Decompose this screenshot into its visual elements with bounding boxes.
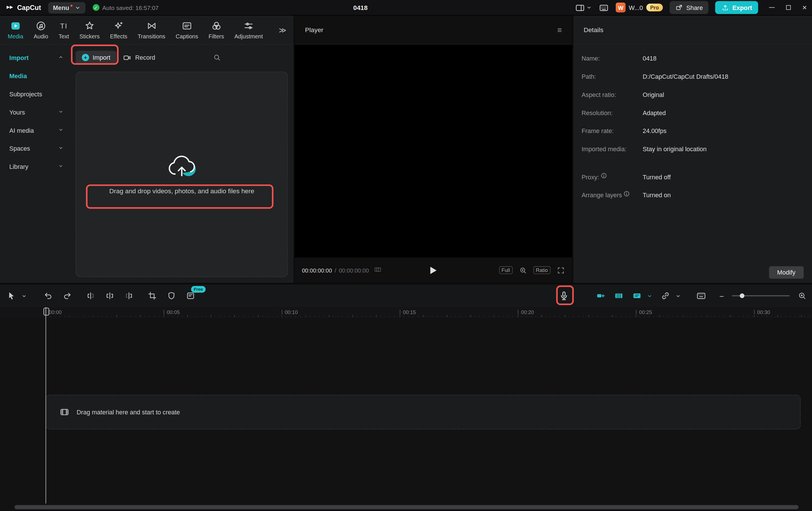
ratio-button[interactable]: Ratio: [533, 266, 551, 274]
media-dropzone[interactable]: Drag and drop videos, photos, and audio …: [76, 72, 288, 277]
timeline-zoom-slider[interactable]: [732, 295, 789, 296]
sidebar: Import Media Subprojects Yours AI medi: [0, 45, 70, 283]
delete-left-button[interactable]: [86, 291, 96, 301]
details-row-aspect-ratio: Aspect ratio: Original: [573, 86, 812, 104]
tab-stickers[interactable]: Stickers: [75, 16, 104, 44]
tab-label: Audio: [33, 33, 48, 39]
player-view-controls: Full Ratio: [499, 266, 565, 274]
minimize-button[interactable]: [769, 7, 775, 8]
play-button[interactable]: [430, 266, 437, 274]
maximize-button[interactable]: [786, 5, 791, 10]
tab-effects[interactable]: Effects: [106, 16, 132, 44]
keyboard-shortcuts-button[interactable]: [599, 2, 609, 12]
adjustment-icon: [243, 20, 254, 32]
tab-captions[interactable]: Captions: [171, 16, 203, 44]
plus-icon: +: [82, 54, 89, 61]
ruler-label: 00:30: [754, 309, 770, 315]
sidebar-item-media[interactable]: Media: [0, 67, 70, 85]
account-button[interactable]: W W...0 Pro: [616, 3, 663, 12]
chevron-down-icon: [58, 127, 64, 134]
details-row-proxy: Proxy: Turned off: [573, 168, 812, 186]
playhead[interactable]: [46, 307, 46, 504]
cloud-upload-icon: [166, 154, 198, 178]
sidebar-item-subprojects[interactable]: Subprojects: [0, 85, 70, 103]
sidebar-item-yours[interactable]: Yours: [0, 103, 70, 121]
tab-media[interactable]: Media: [3, 16, 28, 44]
timeline-toolbar-left: Free: [0, 291, 196, 301]
search-button[interactable]: [213, 53, 221, 62]
minimize-icon: [769, 7, 775, 8]
player-viewport[interactable]: [295, 45, 572, 257]
hamburger-icon: ≡: [557, 25, 562, 34]
modify-button[interactable]: Modify: [769, 266, 804, 279]
left-body: Import Media Subprojects Yours AI medi: [0, 45, 293, 283]
timeline-shortcuts-button[interactable]: [696, 291, 706, 301]
microphone-icon: [558, 290, 570, 302]
export-button[interactable]: Export: [716, 1, 758, 14]
tab-label: Text: [59, 33, 69, 39]
redo-button[interactable]: [62, 291, 72, 301]
sidebar-item-label: AI media: [9, 127, 34, 134]
voiceover-button[interactable]: [558, 290, 570, 302]
sidebar-item-spaces[interactable]: Spaces: [0, 139, 70, 158]
zoom-slider-handle[interactable]: [740, 293, 744, 298]
info-icon[interactable]: [624, 191, 630, 197]
ribbon-expand-button[interactable]: ≫: [279, 26, 290, 34]
tab-transitions[interactable]: Transitions: [133, 16, 170, 44]
chevron-up-icon: [58, 54, 64, 61]
crop-button[interactable]: [147, 291, 157, 301]
share-button[interactable]: Share: [670, 1, 708, 14]
clip-link-options-button[interactable]: [660, 291, 681, 301]
tab-adjustment[interactable]: Adjustment: [230, 16, 268, 44]
timecode-current: 00:00:00:00: [302, 267, 332, 274]
import-button[interactable]: + Import: [76, 51, 116, 64]
ribbon-tabs: Media Audio TI Text Stickers Effects: [0, 16, 293, 45]
timeline-dropzone[interactable]: Drag material here and start to create: [46, 395, 801, 429]
details-footer: Modify: [573, 266, 812, 283]
track-options-icon: [632, 291, 642, 301]
tab-text[interactable]: TI Text: [54, 16, 74, 44]
zoom-out-button[interactable]: −: [719, 291, 724, 300]
zoom-preview-button[interactable]: [519, 266, 527, 274]
delete-right-button[interactable]: [124, 291, 134, 301]
timeline-ruler[interactable]: 00:00 00:05 00:10 00:15 00:20 00:25 00:3…: [0, 307, 812, 318]
menu-button[interactable]: Menu: [48, 2, 85, 13]
layout-switch-button[interactable]: [575, 2, 592, 12]
chevron-down-icon: [58, 145, 64, 152]
undo-button[interactable]: [43, 291, 53, 301]
sidebar-item-import[interactable]: Import: [0, 49, 70, 67]
detail-value: D:/CapCut/CapCut Drafts/0418: [643, 73, 728, 80]
full-screen-mode-button[interactable]: Full: [499, 266, 513, 274]
detail-value: Original: [643, 91, 664, 98]
timeline-tracks-area[interactable]: Drag material here and start to create: [0, 318, 812, 504]
timecode-total: 00:00:00:00: [339, 267, 369, 274]
close-button[interactable]: ×: [802, 4, 807, 11]
sidebar-item-label: Spaces: [9, 145, 30, 152]
media-library-panel: Media Audio TI Text Stickers Effects: [0, 16, 293, 283]
sidebar-item-library[interactable]: Library: [0, 158, 70, 176]
mask-button[interactable]: [166, 291, 176, 301]
capcut-logo-icon: [5, 3, 14, 12]
crop-icon: [147, 291, 157, 301]
main-track-magnet-button[interactable]: [596, 291, 606, 301]
select-tool-button[interactable]: [6, 291, 27, 301]
details-row-imported-media: Imported media: Stay in original locatio…: [573, 140, 812, 158]
record-button[interactable]: Record: [123, 53, 155, 62]
split-button[interactable]: [105, 291, 115, 301]
player-menu-button[interactable]: ≡: [557, 25, 562, 34]
fullscreen-button[interactable]: [557, 266, 565, 274]
smart-tool-button[interactable]: Free: [185, 291, 196, 301]
tab-audio[interactable]: Audio: [29, 16, 53, 44]
auto-ripple-button[interactable]: [614, 291, 624, 301]
scrollbar-thumb[interactable]: [14, 505, 799, 509]
tab-filters[interactable]: Filters: [204, 16, 229, 44]
menu-notification-dot: [70, 4, 72, 6]
details-row-path: Path: D:/CapCut/CapCut Drafts/0418: [573, 67, 812, 86]
sidebar-item-ai-media[interactable]: AI media: [0, 121, 70, 140]
autosave-status: ✓ Auto saved: 16:57:07: [92, 4, 158, 11]
info-icon[interactable]: [601, 172, 607, 178]
zoom-in-button[interactable]: [798, 291, 807, 301]
keyboard-icon: [696, 291, 706, 301]
track-display-options-button[interactable]: [632, 291, 652, 301]
detail-value: Adapted: [643, 109, 666, 116]
